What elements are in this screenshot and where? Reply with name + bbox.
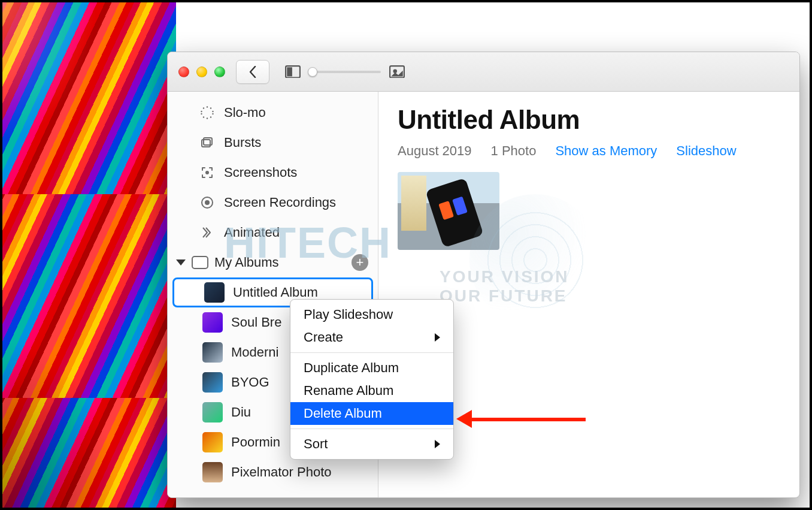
menu-item-label: Sort	[304, 436, 328, 452]
zoom-window-button[interactable]	[214, 67, 225, 77]
sidebar-item-label: Animated	[224, 225, 280, 240]
desktop-wallpaper	[2, 2, 176, 508]
album-date: August 2019	[398, 143, 472, 159]
svg-point-12	[201, 111, 202, 112]
album-thumbnail	[202, 462, 223, 482]
album-thumbnail	[202, 312, 223, 333]
photo-thumbnail[interactable]	[398, 172, 499, 250]
screen-recordings-icon	[199, 194, 216, 211]
context-menu: Play Slideshow Create Duplicate Album Re…	[290, 299, 454, 460]
slo-mo-icon	[199, 104, 216, 121]
album-label: BYOG	[231, 375, 269, 390]
album-count: 1 Photo	[491, 143, 537, 159]
album-label: Poormin	[231, 434, 280, 450]
bursts-icon	[199, 134, 216, 151]
close-window-button[interactable]	[178, 67, 189, 77]
menu-item-sort[interactable]: Sort	[290, 433, 453, 455]
svg-point-10	[203, 116, 204, 117]
sidebar-item-label: Bursts	[224, 135, 261, 150]
sidebar-item-bursts[interactable]: Bursts	[168, 128, 378, 158]
sidebar-item-screenshots[interactable]: Screenshots	[168, 158, 378, 188]
albums-icon	[192, 256, 208, 269]
svg-point-7	[212, 113, 213, 114]
thumbnail-size-slider[interactable]	[309, 71, 381, 73]
album-thumbnail	[202, 402, 223, 423]
menu-item-play-slideshow[interactable]: Play Slideshow	[290, 303, 453, 326]
album-label: Pixelmator Photo	[231, 464, 332, 480]
disclosure-triangle-icon	[176, 259, 186, 265]
album-thumbnail	[202, 372, 223, 393]
album-thumbnail	[202, 342, 223, 363]
photos-app-window: Slo-mo Bursts Screenshots	[167, 52, 800, 498]
album-label: Untitled Album	[233, 285, 318, 300]
window-content: Slo-mo Bursts Screenshots	[168, 92, 799, 497]
photo-thumbnail-decor	[425, 178, 483, 248]
add-album-button[interactable]: +	[352, 254, 368, 271]
sidebar-item-label: Screen Recordings	[224, 195, 336, 210]
album-label: Soul Bre	[231, 315, 281, 330]
menu-item-label: Create	[304, 330, 343, 345]
thumbnail-small-icon	[285, 65, 301, 79]
animated-icon	[199, 224, 216, 241]
thumbnail-size-control	[285, 65, 405, 79]
svg-point-5	[210, 107, 211, 108]
svg-point-11	[201, 113, 202, 114]
album-meta: August 2019 1 Photo Show as Memory Slide…	[398, 143, 780, 159]
album-thumbnail	[204, 282, 225, 303]
album-title: Untitled Album	[398, 105, 780, 135]
menu-item-rename-album[interactable]: Rename Album	[290, 379, 453, 402]
svg-rect-1	[287, 67, 292, 76]
photo-thumbnail-decor	[401, 176, 426, 231]
window-traffic-lights	[178, 67, 225, 77]
svg-point-6	[212, 111, 213, 112]
chevron-left-icon	[248, 66, 257, 78]
sidebar-item-slo-mo[interactable]: Slo-mo	[168, 98, 378, 128]
thumbnail-large-icon	[389, 65, 405, 79]
menu-item-label: Delete Album	[304, 406, 382, 421]
sidebar-section-my-albums[interactable]: My Albums +	[168, 248, 378, 277]
svg-point-13	[203, 107, 204, 108]
svg-point-4	[207, 106, 208, 107]
sidebar-section-label: My Albums	[214, 255, 279, 270]
screenshot-stage: Slo-mo Bursts Screenshots	[0, 0, 812, 510]
sidebar-item-animated[interactable]: Animated	[168, 218, 378, 248]
screenshots-icon	[199, 164, 216, 181]
album-label: Diu	[231, 405, 251, 420]
sidebar-item-label: Screenshots	[224, 165, 297, 180]
svg-point-18	[205, 200, 210, 205]
menu-separator	[290, 352, 453, 353]
svg-point-8	[210, 116, 211, 117]
svg-point-9	[207, 117, 208, 119]
menu-item-label: Play Slideshow	[304, 307, 393, 322]
sidebar-item-label: Slo-mo	[224, 105, 266, 120]
slider-knob[interactable]	[308, 67, 317, 77]
show-as-memory-link[interactable]: Show as Memory	[555, 143, 657, 159]
menu-item-delete-album[interactable]: Delete Album	[290, 402, 453, 425]
album-thumbnail	[202, 432, 223, 452]
menu-separator	[290, 428, 453, 429]
menu-item-create[interactable]: Create	[290, 326, 453, 349]
slideshow-link[interactable]: Slideshow	[676, 143, 736, 159]
sidebar-album[interactable]: Pixelmator Photo	[172, 457, 373, 487]
album-label: Moderni	[231, 345, 278, 360]
svg-point-16	[205, 171, 209, 174]
back-button[interactable]	[236, 60, 269, 84]
menu-item-duplicate-album[interactable]: Duplicate Album	[290, 357, 453, 379]
sidebar-item-screen-recordings[interactable]: Screen Recordings	[168, 188, 378, 218]
minimize-window-button[interactable]	[196, 67, 207, 77]
menu-item-label: Duplicate Album	[304, 360, 399, 376]
menu-item-label: Rename Album	[304, 383, 393, 399]
window-titlebar	[168, 52, 799, 92]
